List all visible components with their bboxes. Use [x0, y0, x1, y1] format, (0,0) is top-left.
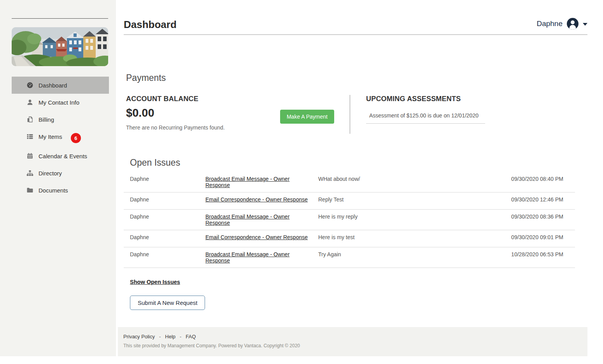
open-issues-section-title: Open Issues: [124, 157, 587, 168]
issue-date: 09/30/2020 12:46 PM: [507, 196, 575, 203]
sidebar: Dashboard My Contact Info Billing: [0, 0, 116, 356]
issue-owner: Daphne: [130, 176, 205, 182]
footer-separator: -: [159, 334, 161, 340]
issue-type-link[interactable]: Email Correspondence - Owner Response: [205, 196, 308, 203]
account-balance-amount: $0.00: [126, 107, 225, 119]
community-photo: [12, 27, 108, 66]
billing-pages-icon: [26, 116, 33, 123]
sidebar-item-label: Directory: [39, 170, 62, 177]
sidebar-item-label: Dashboard: [39, 82, 67, 89]
assessment-item: Assessment of $125.00 is due on 12/01/20…: [366, 112, 485, 124]
payments-section-title: Payments: [124, 72, 587, 83]
user-avatar-icon: [567, 18, 578, 30]
footer-separator: -: [180, 334, 181, 340]
footer-links: Privacy Policy-Help-FAQ: [123, 334, 587, 340]
open-issues-table: Daphne Broadcast Email Message - Owner R…: [124, 172, 575, 268]
table-row: Daphne Broadcast Email Message - Owner R…: [124, 247, 575, 268]
sidebar-item-my-items[interactable]: My Items 6: [12, 128, 109, 145]
sidebar-divider: [12, 18, 108, 19]
issue-description: Here is my reply: [318, 214, 507, 220]
issue-description: WHat about now/: [318, 176, 507, 182]
folder-icon: [26, 187, 33, 194]
footer-link-faq[interactable]: FAQ: [186, 334, 196, 340]
gauge-icon: [26, 82, 33, 89]
sidebar-item-label: Calendar & Events: [39, 153, 87, 159]
issue-date: 09/30/2020 09:01 PM: [507, 234, 575, 240]
townhouses-illustration: [12, 27, 108, 66]
my-items-count-badge: 6: [71, 133, 81, 143]
table-row: Daphne Broadcast Email Message - Owner R…: [124, 172, 575, 192]
sidebar-item-calendar-events[interactable]: Calendar & Events: [12, 147, 109, 164]
issue-date: 09/30/2020 08:36 PM: [507, 214, 575, 220]
issue-owner: Daphne: [130, 234, 205, 240]
main-content: Dashboard Daphne Payments: [116, 0, 603, 356]
page-title: Dashboard: [124, 19, 177, 30]
user-icon: [26, 99, 33, 106]
footer-link-help[interactable]: Help: [165, 334, 175, 340]
issue-owner: Daphne: [130, 214, 205, 220]
show-open-issues-link[interactable]: Show Open Issues: [130, 279, 180, 285]
issue-type-link[interactable]: Broadcast Email Message - Owner Response: [205, 176, 312, 188]
user-name: Daphne: [536, 19, 563, 28]
footer-provider-note: This site provided by Management Company…: [123, 343, 587, 348]
account-balance-panel: ACCOUNT BALANCE $0.00 There are no Recur…: [124, 95, 350, 134]
footer-link-privacy-policy[interactable]: Privacy Policy: [123, 334, 155, 340]
sidebar-item-billing[interactable]: Billing: [12, 111, 109, 128]
issue-date: 10/28/2020 06:53 PM: [507, 251, 575, 257]
sidebar-item-label: My Contact Info: [39, 99, 79, 106]
sidebar-item-label: Documents: [39, 187, 68, 194]
upcoming-assessments-panel: UPCOMING ASSESSMENTS Assessment of $125.…: [350, 95, 485, 134]
account-balance-label: ACCOUNT BALANCE: [126, 95, 225, 103]
issue-description: Reply Test: [318, 196, 507, 203]
issue-type-link[interactable]: Broadcast Email Message - Owner Response: [205, 251, 312, 264]
submit-new-request-button[interactable]: Submit A New Request: [130, 296, 205, 310]
sidebar-item-my-contact-info[interactable]: My Contact Info: [12, 94, 109, 111]
portal-page: Dashboard My Contact Info Billing: [0, 0, 603, 364]
issue-owner: Daphne: [130, 196, 205, 203]
sidebar-item-label: Billing: [39, 116, 54, 123]
table-row: Daphne Broadcast Email Message - Owner R…: [124, 210, 575, 230]
chevron-down-icon: [583, 23, 587, 26]
table-row: Daphne Email Correspondence - Owner Resp…: [124, 230, 575, 247]
sidebar-nav: Dashboard My Contact Info Billing: [12, 77, 109, 199]
sidebar-item-dashboard[interactable]: Dashboard: [12, 77, 109, 94]
list-icon: [26, 133, 33, 140]
make-a-payment-button[interactable]: Make A Payment: [280, 110, 334, 124]
issue-type-link[interactable]: Broadcast Email Message - Owner Response: [205, 214, 312, 226]
upcoming-assessments-label: UPCOMING ASSESSMENTS: [366, 95, 485, 103]
page-header: Dashboard Daphne: [124, 18, 587, 35]
table-row: Daphne Email Correspondence - Owner Resp…: [124, 192, 575, 210]
account-balance-block: ACCOUNT BALANCE $0.00 There are no Recur…: [126, 95, 225, 134]
user-menu[interactable]: Daphne: [536, 18, 587, 30]
issue-owner: Daphne: [130, 251, 205, 257]
issue-type-link[interactable]: Email Correspondence - Owner Response: [205, 234, 308, 240]
recurring-payments-note: There are no Recurring Payments found.: [126, 124, 225, 131]
sidebar-item-label: My Items: [39, 133, 62, 140]
sidebar-item-documents[interactable]: Documents: [12, 182, 109, 199]
calendar-icon: [26, 152, 33, 159]
issue-date: 09/30/2020 08:40 PM: [507, 176, 575, 182]
issue-description: Try Again: [318, 251, 507, 257]
payments-row: ACCOUNT BALANCE $0.00 There are no Recur…: [124, 95, 587, 134]
issue-description: Here is my test: [318, 234, 507, 240]
sidebar-item-directory[interactable]: Directory: [12, 164, 109, 182]
footer: Privacy Policy-Help-FAQ This site provid…: [118, 327, 587, 356]
sitemap-icon: [26, 170, 33, 177]
